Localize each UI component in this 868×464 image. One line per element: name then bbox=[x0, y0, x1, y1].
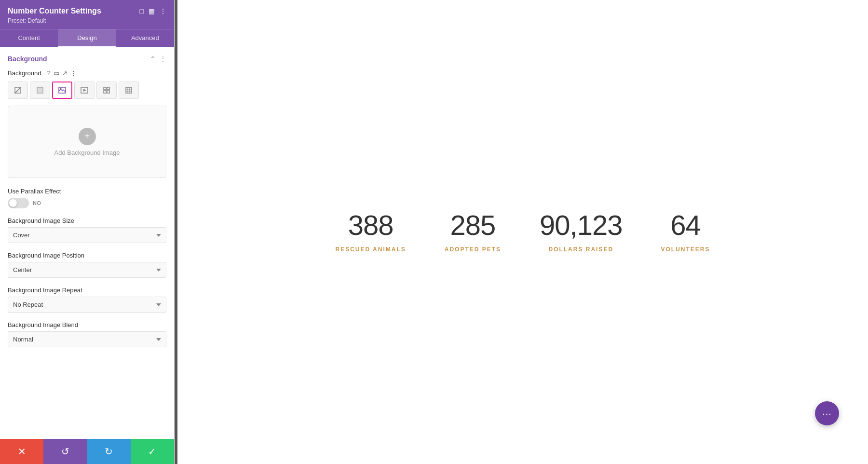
svg-rect-8 bbox=[107, 87, 109, 90]
bg-type-map[interactable] bbox=[119, 82, 139, 99]
counter-label-3: VOLUNTEERS bbox=[661, 246, 710, 253]
parallax-row: Use Parallax Effect NO bbox=[8, 188, 166, 208]
tab-content[interactable]: Content bbox=[0, 29, 58, 47]
bg-type-buttons bbox=[8, 82, 166, 99]
image-blend-label: Background Image Blend bbox=[8, 321, 166, 328]
background-dots-icon[interactable]: ⋮ bbox=[70, 69, 77, 77]
bg-type-color[interactable] bbox=[30, 82, 50, 99]
image-repeat-label: Background Image Repeat bbox=[8, 287, 166, 294]
image-upload-area[interactable]: + Add Background Image bbox=[8, 106, 166, 178]
bg-type-video[interactable] bbox=[74, 82, 95, 99]
svg-rect-11 bbox=[126, 87, 132, 93]
counter-number-2: 90,123 bbox=[540, 211, 622, 239]
panel-tabs: Content Design Advanced bbox=[0, 29, 174, 47]
panel-toolbar: ✕ ↺ ↻ ✓ bbox=[0, 439, 174, 464]
right-content: 388 RESCUED ANIMALS 285 ADOPTED PETS 90,… bbox=[177, 0, 868, 464]
panel-header: Number Counter Settings □ ▦ ⋮ Preset: De… bbox=[0, 0, 174, 29]
undo-button[interactable]: ↺ bbox=[43, 439, 87, 464]
svg-rect-10 bbox=[107, 91, 109, 93]
counters-grid: 388 RESCUED ANIMALS 285 ADOPTED PETS 90,… bbox=[335, 211, 710, 253]
counter-volunteers: 64 VOLUNTEERS bbox=[661, 211, 710, 253]
bg-type-none[interactable] bbox=[8, 82, 28, 99]
counter-number-3: 64 bbox=[670, 211, 701, 239]
settings-panel: Number Counter Settings □ ▦ ⋮ Preset: De… bbox=[0, 0, 175, 464]
floating-action-button[interactable]: ··· bbox=[815, 401, 839, 425]
more-options-icon[interactable]: ⋮ bbox=[160, 7, 166, 15]
panel-header-icons: □ ▦ ⋮ bbox=[140, 7, 166, 15]
svg-rect-7 bbox=[104, 87, 106, 90]
background-cursor-icon[interactable]: ↗ bbox=[62, 69, 68, 77]
parallax-toggle-switch: NO bbox=[8, 198, 166, 208]
image-blend-group: Background Image Blend Normal Multiply S… bbox=[8, 321, 166, 347]
image-size-label: Background Image Size bbox=[8, 217, 166, 224]
preset-label: Preset: Default bbox=[8, 17, 166, 24]
svg-point-4 bbox=[60, 88, 62, 90]
cancel-button[interactable]: ✕ bbox=[0, 439, 43, 464]
bg-type-image[interactable] bbox=[52, 82, 72, 99]
image-position-group: Background Image Position Center Top Lef… bbox=[8, 252, 166, 278]
image-repeat-select[interactable]: No Repeat Repeat Repeat X Repeat Y bbox=[8, 297, 166, 313]
save-button[interactable]: ✓ bbox=[131, 439, 174, 464]
image-size-group: Background Image Size Cover Contain Auto… bbox=[8, 217, 166, 243]
counter-label-1: ADOPTED PETS bbox=[445, 246, 501, 253]
background-help-icon[interactable]: ? bbox=[47, 69, 50, 77]
panel-body: Background ⌃ ⋮ Background ? ▭ ↗ ⋮ bbox=[0, 47, 174, 439]
image-size-select[interactable]: Cover Contain Auto Custom bbox=[8, 227, 166, 243]
counter-number-0: 388 bbox=[348, 211, 393, 239]
image-position-label: Background Image Position bbox=[8, 252, 166, 259]
tab-advanced[interactable]: Advanced bbox=[116, 29, 174, 47]
bg-type-pattern[interactable] bbox=[96, 82, 117, 99]
section-header: Background ⌃ ⋮ bbox=[8, 55, 166, 63]
counter-rescued-animals: 388 RESCUED ANIMALS bbox=[335, 211, 406, 253]
svg-rect-2 bbox=[37, 87, 43, 93]
toggle-thumb bbox=[9, 199, 17, 207]
counter-label-0: RESCUED ANIMALS bbox=[335, 246, 406, 253]
tab-design[interactable]: Design bbox=[58, 29, 116, 47]
counter-number-1: 285 bbox=[450, 211, 496, 239]
columns-icon[interactable]: ▦ bbox=[149, 7, 155, 15]
add-image-plus-icon: + bbox=[79, 128, 96, 145]
svg-rect-9 bbox=[104, 91, 106, 93]
parallax-toggle[interactable] bbox=[8, 198, 29, 208]
counter-adopted-pets: 285 ADOPTED PETS bbox=[445, 211, 501, 253]
image-position-select[interactable]: Center Top Left Top Center Top Right Cen… bbox=[8, 262, 166, 278]
section-collapse-icon[interactable]: ⌃ bbox=[150, 55, 156, 63]
svg-marker-6 bbox=[83, 89, 86, 92]
section-title: Background bbox=[8, 55, 47, 63]
background-mobile-icon[interactable]: ▭ bbox=[54, 69, 59, 77]
add-image-label: Add Background Image bbox=[54, 149, 120, 156]
counter-dollars-raised: 90,123 DOLLARS RAISED bbox=[540, 211, 622, 253]
svg-line-0 bbox=[15, 87, 21, 93]
panel-title: Number Counter Settings bbox=[8, 7, 101, 15]
section-more-icon[interactable]: ⋮ bbox=[160, 55, 166, 63]
resize-icon[interactable]: □ bbox=[140, 7, 144, 15]
background-row: Background ? ▭ ↗ ⋮ bbox=[8, 69, 166, 77]
parallax-value: NO bbox=[33, 200, 41, 206]
image-repeat-group: Background Image Repeat No Repeat Repeat… bbox=[8, 287, 166, 313]
parallax-label: Use Parallax Effect bbox=[8, 188, 166, 195]
image-blend-select[interactable]: Normal Multiply Screen Overlay Darken Li… bbox=[8, 331, 166, 347]
background-field-label: Background bbox=[8, 69, 41, 77]
fab-dots-icon: ··· bbox=[822, 408, 832, 419]
redo-button[interactable]: ↻ bbox=[87, 439, 131, 464]
counter-label-2: DOLLARS RAISED bbox=[548, 246, 613, 253]
